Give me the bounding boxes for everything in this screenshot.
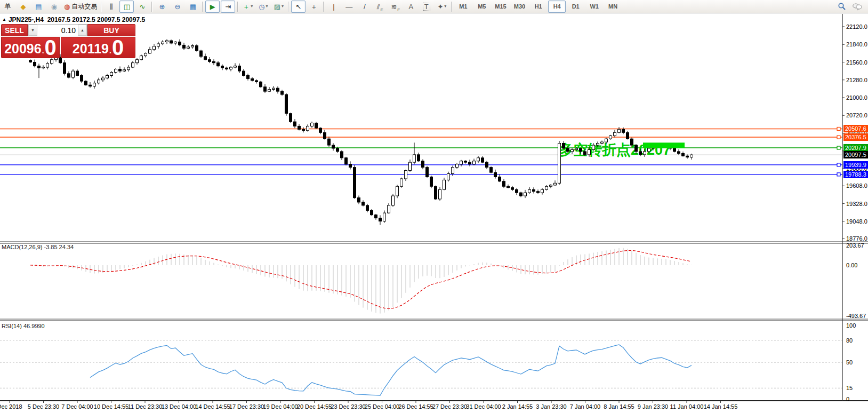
macd-axis-label: 0.00: [846, 262, 857, 268]
tile-windows-button[interactable]: ▦: [186, 1, 200, 13]
indicators-button[interactable]: ＋▾: [240, 1, 255, 13]
macd-label: MACD(12,26,9) -3.85 24.34: [2, 244, 74, 250]
time-axis-label: 8 Jan 14:55: [604, 403, 634, 410]
search-button[interactable]: [834, 1, 849, 13]
price-axis-tick: 22120.0: [846, 23, 867, 30]
sell-price-button[interactable]: 20096.0: [1, 37, 60, 58]
time-axis-label: 19 Dec 04:00: [263, 403, 298, 410]
sell-price-value: 20096: [4, 41, 42, 57]
templates-button[interactable]: ▨▾: [271, 1, 286, 13]
toolbar-separator: [237, 2, 238, 12]
arrows-button[interactable]: ✦▾: [435, 1, 449, 13]
fibonacci-button[interactable]: ≋F: [388, 1, 403, 13]
price-axis-tick: 21000.0: [846, 94, 867, 101]
rsi-axis-label: 80: [846, 337, 853, 344]
horizontal-line-button[interactable]: —: [342, 1, 356, 13]
sell-price-big-digit: 0: [45, 38, 57, 57]
mt4-window: 单◆▤◉◍自动交易⫼◫∿⊕⊖▦▶⇥＋▾◷▾▨▾↖＋|—/⫽E≋FAT✦▾M1M5…: [0, 0, 868, 413]
chat-icon: [853, 3, 862, 11]
main-toolbar: 单◆▤◉◍自动交易⫼◫∿⊕⊖▦▶⇥＋▾◷▾▨▾↖＋|—/⫽E≋FAT✦▾M1M5…: [0, 0, 868, 13]
periods-button[interactable]: ◷▾: [256, 1, 270, 13]
zoom-out-button[interactable]: ⊖: [170, 1, 184, 13]
volume-input[interactable]: 0.10: [37, 25, 78, 36]
timeframe-w1[interactable]: W1: [585, 1, 603, 13]
price-line-tag: 19939.9: [843, 161, 868, 169]
timeframe-mn[interactable]: MN: [604, 1, 622, 13]
time-axis-label: 9 Jan 23:30: [638, 403, 669, 410]
price-axis-tick: 21840.0: [846, 41, 867, 47]
symbol-period-label: JPN225-,H4: [9, 16, 44, 23]
toolbar-separator: [151, 2, 152, 12]
time-axis-label: 31 Dec 04:00: [466, 403, 501, 410]
chat-button[interactable]: [850, 1, 864, 13]
time-axis-label: 27 Dec 23:30: [432, 403, 467, 410]
navigator-icon[interactable]: ▤: [31, 1, 46, 13]
volume-stepper: ▼ 0.10 ▲: [28, 24, 87, 36]
price-line-tag: 20207.9: [843, 144, 868, 152]
time-axis-label: 17 Dec 23:30: [229, 403, 264, 410]
vertical-line-button[interactable]: |: [326, 1, 341, 13]
price-line-tag: 20507.6: [843, 125, 868, 132]
new-order-button[interactable]: 单: [1, 1, 15, 13]
auto-scroll-button[interactable]: ▶: [205, 1, 220, 13]
price-axis-tick: 21280.0: [846, 77, 867, 83]
bar-chart-button[interactable]: ⫼: [104, 1, 118, 13]
price-axis-tick: 20720.0: [846, 112, 867, 118]
price-line-tag: 20376.5: [843, 133, 868, 141]
macd-axis-label: -493.67: [846, 313, 866, 319]
line-chart-button[interactable]: ∿: [135, 1, 149, 13]
one-click-trading-panel: SELL ▼ 0.10 ▲ BUY 20096.0 20119.0: [1, 24, 135, 58]
time-axis-label: 2 Jan 14:55: [502, 403, 533, 410]
timeframe-h4[interactable]: H4: [548, 1, 566, 13]
price-line-tag: 19788.3: [843, 171, 868, 178]
collapse-triangle-icon[interactable]: ▲: [2, 17, 6, 22]
time-axis-label: 10 Dec 14:55: [94, 403, 128, 410]
price-axis-tick: 19608.0: [846, 182, 867, 189]
time-axis-label: 23 Dec 23:30: [331, 403, 365, 410]
timeframe-m1[interactable]: M1: [454, 1, 472, 13]
time-axis-label: 26 Dec 14:55: [398, 403, 433, 410]
rsi-axis-label: 15: [846, 385, 853, 391]
time-axis-label: 14 Jan 14:55: [704, 403, 738, 410]
crosshair-button[interactable]: ＋: [307, 1, 321, 13]
toolbar-separator: [202, 2, 203, 12]
time-axis-label: 20 Dec 14:55: [297, 403, 332, 410]
time-axis-label: 3 Jan 23:30: [536, 403, 567, 410]
rsi-axis-label: 0: [846, 396, 849, 402]
volume-decrease-button[interactable]: ▼: [28, 25, 37, 36]
candlestick-chart-button[interactable]: ◫: [119, 1, 134, 13]
cursor-button[interactable]: ↖: [291, 1, 306, 13]
timeframe-d1[interactable]: D1: [567, 1, 584, 13]
timeframe-m5[interactable]: M5: [473, 1, 491, 13]
time-axis-label: 13 Dec 04:00: [162, 403, 196, 410]
chart-shift-button[interactable]: ⇥: [221, 1, 235, 13]
buy-price-button[interactable]: 20119.0: [61, 37, 135, 58]
equidistant-channel-button[interactable]: ⫽E: [373, 1, 387, 13]
timeframe-m15[interactable]: M15: [492, 1, 509, 13]
toolbar-separator: [288, 2, 289, 12]
timeframe-m30[interactable]: M30: [511, 1, 528, 13]
search-icon: [838, 2, 846, 11]
market-watch-icon[interactable]: ◆: [16, 1, 30, 13]
signals-icon[interactable]: ◉: [47, 1, 61, 13]
text-label-button[interactable]: T: [419, 1, 433, 13]
timeframe-h1[interactable]: H1: [529, 1, 547, 13]
sell-button[interactable]: SELL: [1, 24, 28, 36]
sell-price-dot: .: [42, 46, 44, 55]
buy-price-value: 20119: [73, 41, 109, 57]
buy-button[interactable]: BUY: [87, 24, 135, 36]
price-axis-tick: 18776.0: [846, 235, 867, 242]
time-axis-label: 5 Dec 23:30: [28, 403, 59, 410]
text-button[interactable]: A: [404, 1, 418, 13]
toolbar-separator: [451, 2, 452, 12]
chart-canvas[interactable]: 多空转折点20207: [0, 0, 868, 413]
chart-title: ▲JPN225-,H4 20167.5 20172.5 20097.5 2009…: [2, 16, 145, 23]
autotrading-button[interactable]: ◍自动交易: [62, 1, 99, 13]
time-axis-label: 11 Dec 23:30: [128, 403, 163, 410]
rsi-axis-label: 100: [846, 322, 856, 329]
zoom-in-button[interactable]: ⊕: [155, 1, 169, 13]
trendline-button[interactable]: /: [357, 1, 372, 13]
volume-increase-button[interactable]: ▲: [78, 25, 87, 36]
rsi-axis-label: 50: [846, 359, 853, 366]
buy-price-dot: .: [109, 46, 111, 55]
